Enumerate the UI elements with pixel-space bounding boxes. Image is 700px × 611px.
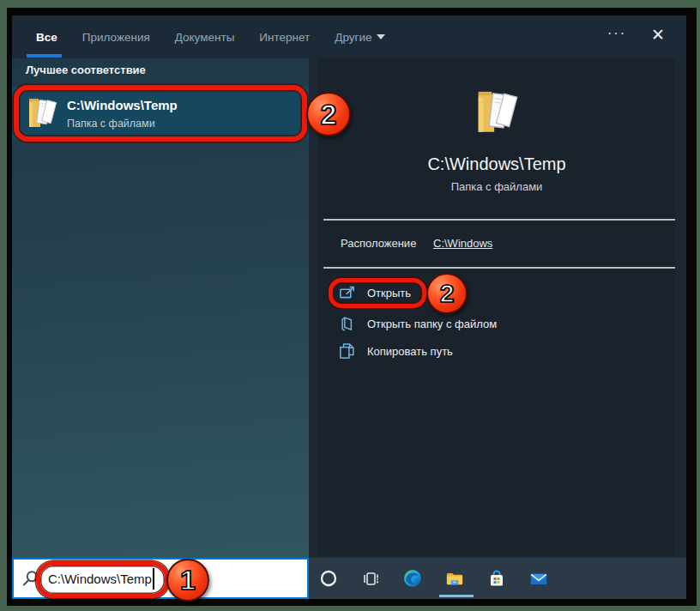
taskbar-file-explorer-button[interactable] xyxy=(445,569,464,588)
tabs-container: Все Приложения Документы Интернет Другие xyxy=(12,15,686,58)
search-icon xyxy=(21,569,39,588)
store-icon xyxy=(487,569,506,588)
open-external-icon xyxy=(339,284,356,301)
result-title: C:\Windows\Temp xyxy=(67,98,178,112)
divider xyxy=(323,219,675,221)
action-copy-path-label: Копировать путь xyxy=(367,345,453,358)
more-options-icon[interactable]: ··· xyxy=(607,26,626,41)
action-open[interactable]: Открыть xyxy=(318,278,675,307)
windows-search-flyout: Все Приложения Документы Интернет Другие… xyxy=(12,15,686,599)
preview-title: C:\Windows\Temp xyxy=(318,154,675,174)
tab-apps-label: Приложения xyxy=(82,31,150,44)
chevron-down-icon xyxy=(377,34,385,39)
location-link[interactable]: C:\Windows xyxy=(433,237,492,250)
taskbar-edge-button[interactable] xyxy=(403,569,422,588)
copy-icon xyxy=(339,342,356,360)
text-cursor xyxy=(153,568,154,590)
annotation-badge-2: 2 xyxy=(306,92,351,136)
action-open-label: Открыть xyxy=(367,287,411,299)
tab-all-label: Все xyxy=(36,31,57,44)
annotation-badge-2b: 2 xyxy=(426,273,468,314)
location-row: Расположение C:\Windows xyxy=(318,235,675,252)
folder-icon xyxy=(26,95,58,131)
tab-apps[interactable]: Приложения xyxy=(82,31,150,44)
task-view-icon xyxy=(361,569,380,588)
taskbar-mail-button[interactable] xyxy=(529,569,548,588)
best-match-header: Лучшее соответствие xyxy=(26,64,146,76)
open-folder-icon xyxy=(339,315,356,332)
cortana-icon xyxy=(319,569,338,588)
preview-subtitle: Папка с файлами xyxy=(318,180,675,193)
best-match-result[interactable]: C:\Windows\Temp Папка с файлами xyxy=(12,87,309,140)
preview-panel: C:\Windows\Temp Папка с файлами Располож… xyxy=(318,58,675,556)
close-icon[interactable]: ✕ xyxy=(650,25,666,45)
tab-web-label: Интернет xyxy=(259,31,310,44)
taskbar-cortana-button[interactable] xyxy=(319,569,338,588)
tab-documents-label: Документы xyxy=(175,31,235,44)
action-open-folder-label: Открыть папку с файлом xyxy=(367,318,497,330)
tab-web[interactable]: Интернет xyxy=(259,31,310,44)
action-open-folder[interactable]: Открыть папку с файлом xyxy=(318,309,675,338)
result-text: C:\Windows\Temp Папка с файлами xyxy=(67,98,178,130)
active-app-indicator xyxy=(439,595,474,597)
screenshot-root: Все Приложения Документы Интернет Другие… xyxy=(0,0,700,611)
taskbar-task-view-button[interactable] xyxy=(361,569,380,588)
tab-all[interactable]: Все xyxy=(36,31,57,44)
search-input[interactable]: C:\Windows\Temp xyxy=(12,558,309,599)
annotation-badge-1: 1 xyxy=(166,559,209,602)
edge-icon xyxy=(403,569,422,588)
results-panel: Лучшее соответствие C:\Wind xyxy=(12,58,309,558)
tab-documents[interactable]: Документы xyxy=(175,31,235,44)
divider xyxy=(323,267,675,269)
search-tabs-bar: Все Приложения Документы Интернет Другие… xyxy=(12,15,686,58)
active-tab-underline xyxy=(27,54,62,57)
taskbar xyxy=(309,558,686,599)
mail-icon xyxy=(529,569,548,588)
tab-more[interactable]: Другие xyxy=(335,31,385,44)
tab-more-label: Другие xyxy=(335,31,371,44)
result-subtitle: Папка с файлами xyxy=(67,118,178,130)
folder-icon-large xyxy=(474,85,520,140)
file-explorer-icon xyxy=(445,569,464,588)
search-value: C:\Windows\Temp xyxy=(48,572,152,586)
location-label: Расположение xyxy=(341,237,416,250)
taskbar-store-button[interactable] xyxy=(487,569,506,588)
action-copy-path[interactable]: Копировать путь xyxy=(318,336,675,366)
